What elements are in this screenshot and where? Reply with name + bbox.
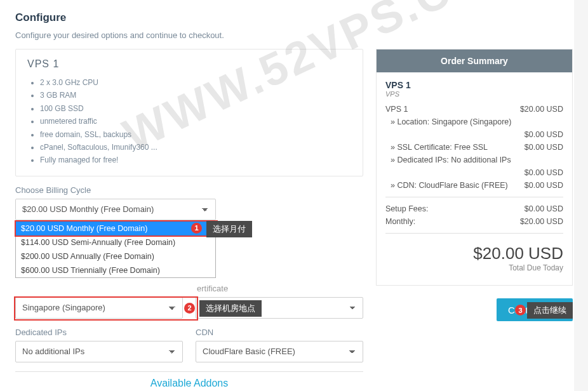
billing-option-semiannual[interactable]: $114.00 USD Semi-Annually (Free Domain): [16, 235, 215, 249]
summary-line-value: $0.00 USD: [525, 128, 563, 141]
summary-line-value: $0.00 USD: [525, 141, 563, 154]
summary-line-label: » CDN: CloudFlare Basic (FREE): [391, 179, 508, 192]
summary-total-label: Total Due Today: [385, 263, 563, 272]
dedicated-ips-label: Dedicated IPs: [15, 328, 183, 337]
annotation-badge-2: 2: [184, 303, 195, 314]
summary-setup-value: $0.00 USD: [525, 202, 563, 215]
annotation-tip-2: 选择机房地点: [199, 300, 262, 317]
spec-item: free domain, SSL, backups: [40, 128, 351, 141]
cdn-select[interactable]: CloudFlare Basic (FREE): [196, 341, 363, 362]
billing-dropdown: $20.00 USD Monthly (Free Domain) 1 选择月付 …: [15, 221, 216, 278]
spec-item: cPanel, Softaculous, Imunify360 ...: [40, 141, 351, 154]
product-name: VPS 1: [27, 58, 351, 70]
summary-category: VPS: [385, 90, 563, 98]
product-panel: VPS 1 2 x 3.0 GHz CPU 3 GB RAM 100 GB SS…: [15, 49, 363, 176]
spec-item: 3 GB RAM: [40, 89, 351, 102]
billing-option-monthly[interactable]: $20.00 USD Monthly (Free Domain): [16, 222, 215, 235]
summary-product: VPS 1: [385, 80, 563, 90]
summary-monthly-label: Monthly:: [385, 215, 415, 228]
billing-select[interactable]: $20.00 USD Monthly (Free Domain): [15, 199, 216, 220]
spec-item: 100 GB SSD: [40, 102, 351, 115]
order-summary-header: Order Summary: [377, 50, 572, 72]
summary-line-value: $0.00 USD: [525, 166, 563, 179]
ssl-label: ertificate: [196, 284, 363, 293]
dedicated-ips-select[interactable]: No additional IPs: [15, 341, 183, 362]
summary-total: $20.00 USD: [385, 244, 563, 263]
addons-heading: Available Addons: [140, 378, 238, 389]
cdn-label: CDN: [196, 328, 363, 337]
summary-line-value: $20.00 USD: [520, 103, 563, 116]
annotation-tip-3: 点击继续: [527, 302, 573, 319]
annotation-tip-1: 选择月付: [206, 221, 252, 237]
annotation-badge-3: 3: [515, 305, 526, 315]
summary-line-label: » Dedicated IPs: No additional IPs: [391, 154, 511, 166]
spec-item: unmetered traffic: [40, 115, 351, 128]
summary-line-label: VPS 1: [385, 103, 408, 116]
billing-option-triennial[interactable]: $600.00 USD Triennially (Free Domain): [16, 263, 215, 277]
summary-line-label: » SSL Certificate: Free SSL: [391, 141, 488, 154]
page-title: Configure: [15, 11, 573, 24]
summary-line-label: » Location: Singapore (Singapore): [391, 116, 511, 128]
summary-setup-label: Setup Fees:: [385, 202, 428, 215]
page-subtitle: Configure your desired options and conti…: [15, 30, 573, 40]
order-summary-panel: Order Summary VPS 1 VPS VPS 1$20.00 USD …: [376, 49, 573, 286]
billing-option-annual[interactable]: $200.00 USD Annually (Free Domain): [16, 249, 215, 263]
spec-item: 2 x 3.0 GHz CPU: [40, 76, 351, 89]
scrollbar-track[interactable]: [574, 0, 588, 391]
annotation-badge-1: 1: [191, 223, 202, 234]
spec-list: 2 x 3.0 GHz CPU 3 GB RAM 100 GB SSD unme…: [27, 76, 351, 167]
summary-monthly-value: $20.00 USD: [520, 215, 563, 228]
summary-line-value: $0.00 USD: [525, 179, 563, 192]
spec-item: Fully managed for free!: [40, 154, 351, 166]
location-select[interactable]: Singapore (Singapore): [15, 297, 183, 319]
billing-label: Choose Billing Cycle: [15, 185, 363, 195]
